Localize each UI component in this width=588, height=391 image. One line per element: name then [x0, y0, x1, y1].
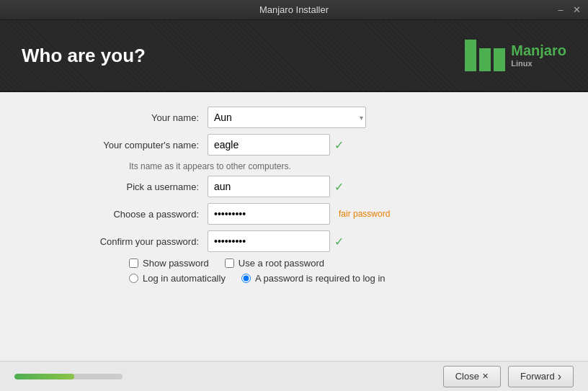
manjaro-logo-icon: [463, 34, 507, 77]
computer-label: Your computer's name:: [49, 140, 208, 150]
close-button[interactable]: Close ✕: [443, 366, 501, 387]
bottom-bar: Close ✕ Forward ›: [0, 361, 588, 391]
brand-name: Manjaro: [511, 42, 566, 59]
password-strength-label: fair password: [339, 209, 390, 219]
confirm-check-icon: ✓: [334, 235, 344, 248]
computer-name-row: Your computer's name: ✓: [49, 134, 539, 156]
progress-bar: [14, 374, 122, 379]
main-content: Your name: ▾ Your computer's name: ✓ Its…: [0, 92, 588, 361]
minimize-button[interactable]: –: [555, 4, 566, 16]
computer-input[interactable]: [208, 134, 330, 156]
forward-icon: ›: [558, 370, 561, 383]
confirm-label: Confirm your password:: [49, 236, 208, 247]
name-label: Your name:: [49, 112, 208, 123]
svg-rect-2: [494, 48, 505, 71]
password-input[interactable]: [208, 203, 330, 225]
name-field-container: ▾: [208, 107, 366, 128]
password-input-wrap: fair password: [208, 203, 539, 225]
username-input[interactable]: [208, 176, 330, 197]
close-window-button[interactable]: ✕: [571, 4, 582, 16]
use-root-checkbox[interactable]: [225, 259, 234, 268]
titlebar: Manjaro Installer – ✕: [0, 0, 588, 20]
close-label: Close: [455, 371, 479, 382]
confirm-password-row: Confirm your password: ✓: [49, 230, 539, 252]
computer-hint: Its name as it appears to other computer…: [129, 161, 588, 171]
name-input[interactable]: [208, 107, 366, 128]
name-input-wrap: ▾: [208, 107, 539, 128]
svg-rect-0: [465, 40, 476, 71]
login-auto-label[interactable]: Log in automatically: [143, 273, 226, 284]
form-area: Your name: ▾ Your computer's name: ✓ Its…: [0, 107, 588, 354]
password-label: Choose a password:: [49, 209, 208, 220]
name-row: Your name: ▾: [49, 107, 539, 128]
username-label: Pick a username:: [49, 181, 208, 192]
use-root-label[interactable]: Use a root password: [239, 258, 324, 269]
logo-text: Manjaro Linux: [511, 42, 566, 68]
login-required-label[interactable]: A password is required to log in: [255, 273, 386, 284]
computer-input-wrap: ✓: [208, 134, 539, 156]
login-radio-row: Log in automatically A password is requi…: [129, 273, 588, 284]
page-title: Who are you?: [22, 45, 463, 67]
logo-container: Manjaro Linux: [463, 34, 566, 77]
confirm-input-wrap: ✓: [208, 230, 539, 252]
computer-check-icon: ✓: [334, 138, 344, 152]
login-required-radio[interactable]: [241, 274, 251, 283]
username-check-icon: ✓: [334, 180, 344, 194]
titlebar-title: Manjaro Installer: [259, 4, 329, 15]
header: Who are you? Manjaro Linux: [0, 20, 588, 92]
svg-rect-1: [479, 48, 491, 71]
show-password-label[interactable]: Show password: [143, 258, 209, 269]
password-row: Choose a password: fair password: [49, 203, 539, 225]
titlebar-buttons: – ✕: [555, 4, 582, 16]
bottom-buttons: Close ✕ Forward ›: [443, 366, 574, 387]
show-password-checkbox[interactable]: [129, 259, 138, 268]
progress-bar-fill: [14, 374, 74, 379]
confirm-password-input[interactable]: [208, 230, 330, 252]
show-password-row: Show password Use a root password: [129, 258, 588, 269]
forward-label: Forward: [520, 371, 555, 382]
close-icon: ✕: [482, 372, 489, 381]
username-row: Pick a username: ✓: [49, 176, 539, 197]
forward-button[interactable]: Forward ›: [508, 366, 574, 387]
name-dropdown-button[interactable]: ▾: [360, 114, 363, 122]
brand-sub: Linux: [511, 59, 566, 68]
username-input-wrap: ✓: [208, 176, 539, 197]
login-auto-radio[interactable]: [129, 274, 138, 283]
